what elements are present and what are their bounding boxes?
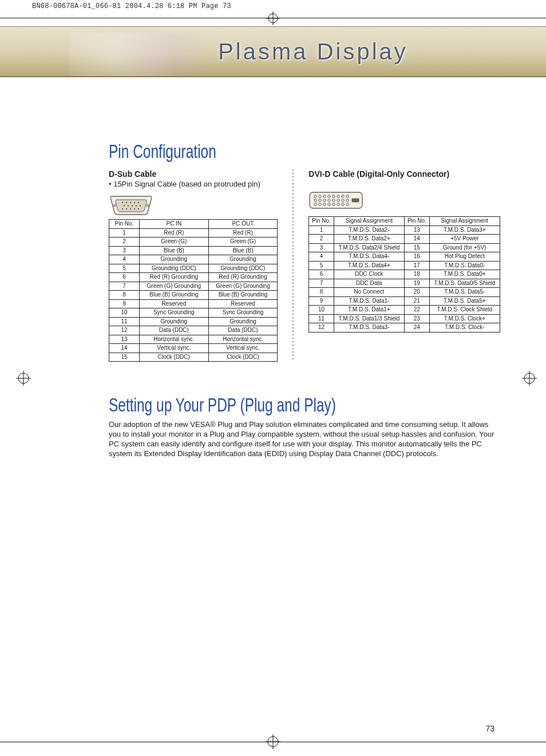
section-title-plug-and-play: Setting up Your PDP (Plug and Play): [109, 394, 501, 416]
table-cell: +5V Power: [429, 235, 500, 244]
svg-point-19: [122, 208, 123, 209]
table-cell: DDC Clock: [334, 270, 404, 279]
table-cell: 20: [405, 288, 429, 297]
banner-title: Plasma Display: [218, 39, 408, 65]
table-cell: 18: [405, 270, 429, 279]
table-cell: 6: [309, 270, 334, 279]
table-row: 12T.M.D.S. Data3-24T.M.D.S. Clock-: [309, 323, 500, 333]
table-row: 6DDC Clock18T.M.D.S. Data0+: [309, 270, 500, 279]
table-cell: 8: [309, 288, 334, 297]
table-cell: 22: [405, 306, 429, 315]
table-header: Signal Assignment: [334, 217, 404, 226]
table-cell: T.M.D.S. Clock Shield: [429, 306, 500, 315]
table-cell: Vertical sync.: [208, 344, 278, 353]
table-cell: 4: [309, 252, 334, 262]
table-row: 8No Connect20T.M.D.S. Data5-: [309, 288, 500, 297]
svg-point-16: [132, 205, 133, 206]
table-cell: Sync Grounding: [208, 308, 278, 318]
svg-point-25: [147, 204, 149, 207]
table-cell: 11: [109, 317, 140, 326]
table-cell: Sync Grounding: [139, 308, 208, 318]
table-cell: 9: [309, 296, 334, 306]
table-cell: Grounding: [208, 255, 278, 264]
table-cell: Grounding: [139, 317, 208, 326]
table-header: Signal Assignment: [429, 217, 500, 226]
table-cell: 14: [405, 235, 429, 244]
table-row: 5Grounding (DDC)Grounding (DDC): [109, 264, 278, 273]
section-title-pin-config: Pin Configuration: [109, 140, 501, 163]
table-row: 1Red (R)Red (R): [109, 228, 278, 238]
svg-point-11: [130, 202, 131, 203]
column-divider: [292, 168, 294, 362]
svg-rect-51: [352, 199, 359, 202]
table-row: 4T.M.D.S. Data4-16Hot Plug Detect: [309, 252, 500, 262]
table-cell: Green (G): [139, 238, 208, 247]
table-row: 7DDC Data19T.M.D.S. Data0/5 Shield: [309, 279, 500, 288]
svg-point-17: [136, 205, 137, 206]
registration-mark-top: [266, 11, 280, 25]
table-cell: Grounding (DDC): [208, 264, 278, 273]
svg-point-18: [140, 205, 141, 206]
table-cell: 17: [405, 261, 429, 270]
table-row: 14Vertical sync.Vertical sync.: [109, 344, 278, 353]
svg-point-10: [126, 202, 127, 203]
table-cell: 2: [309, 235, 334, 244]
table-row: 10T.M.D.S. Data1+22T.M.D.S. Clock Shield: [309, 306, 500, 315]
table-row: 3T.M.D.S. Data2/4 Shield15Ground (for +5…: [309, 243, 500, 252]
table-cell: 12: [109, 326, 140, 335]
table-row: 2T.M.D.S. Data2+14+5V Power: [309, 235, 500, 244]
table-cell: Blue (B) Grounding: [208, 291, 278, 300]
table-cell: Horizontal sync.: [139, 335, 208, 344]
svg-point-24: [113, 204, 116, 207]
table-cell: T.M.D.S. Data0+: [429, 270, 500, 279]
registration-mark-bottom: [266, 734, 280, 749]
table-cell: T.M.D.S. Clock-: [429, 323, 500, 333]
table-cell: Grounding: [139, 255, 208, 264]
table-row: 15Clock (DDC)Clock (DDC): [109, 353, 278, 362]
table-cell: T.M.D.S. Clock+: [429, 314, 500, 323]
table-cell: Clock (DDC): [208, 353, 278, 362]
table-header: PC OUT: [208, 220, 278, 229]
vga-connector-icon: [109, 194, 153, 216]
table-cell: T.M.D.S. Data2+: [334, 235, 404, 244]
svg-point-14: [124, 205, 125, 206]
table-cell: DDC Data: [334, 279, 404, 288]
table-cell: T.M.D.S. Data1+: [334, 306, 404, 315]
table-row: 13Horizontal sync.Horizontal sync.: [109, 335, 278, 344]
table-cell: 12: [309, 323, 334, 333]
svg-point-20: [126, 208, 127, 209]
table-cell: 11: [309, 314, 334, 323]
table-row: 8Blue (B) GroundingBlue (B) Grounding: [109, 291, 278, 300]
table-row: 5T.M.D.S. Data4+17T.M.D.S. Data0-: [309, 261, 500, 270]
table-header: Pin No.: [109, 220, 140, 229]
svg-point-22: [134, 208, 135, 209]
svg-point-13: [138, 202, 139, 203]
table-cell: 23: [405, 314, 429, 323]
table-cell: T.M.D.S. Data4+: [334, 261, 404, 270]
table-cell: 16: [405, 252, 429, 262]
table-row: 7Green (G) GroundingGreen (G) Grounding: [109, 282, 278, 291]
svg-point-23: [138, 208, 139, 209]
table-cell: 14: [109, 344, 140, 353]
table-cell: Vertical sync.: [139, 344, 208, 353]
table-cell: Data (DDC): [208, 326, 278, 335]
table-cell: 5: [309, 261, 334, 270]
table-cell: Blue (B): [139, 246, 208, 255]
table-cell: 15: [109, 353, 140, 362]
table-cell: 19: [405, 279, 429, 288]
dsub-pin-table: Pin No.PC INPC OUT1Red (R)Red (R)2Green …: [109, 219, 278, 362]
table-header: Pin No.: [309, 217, 334, 226]
table-cell: T.M.D.S. Data5+: [429, 296, 500, 306]
table-row: 10Sync GroundingSync Grounding: [109, 308, 278, 318]
table-cell: 13: [109, 335, 140, 344]
dsub-heading: D-Sub Cable: [109, 169, 278, 179]
table-cell: T.M.D.S. Data0/5 Shield: [429, 279, 500, 288]
table-cell: 8: [109, 291, 140, 300]
table-row: 6Red (R) GroundingRed (R) Grounding: [109, 273, 278, 282]
svg-point-21: [130, 208, 131, 209]
table-cell: T.M.D.S. Data1-: [334, 296, 404, 306]
svg-point-9: [122, 202, 123, 203]
table-cell: 21: [405, 296, 429, 306]
table-cell: 1: [309, 225, 334, 235]
table-cell: 6: [109, 273, 140, 282]
